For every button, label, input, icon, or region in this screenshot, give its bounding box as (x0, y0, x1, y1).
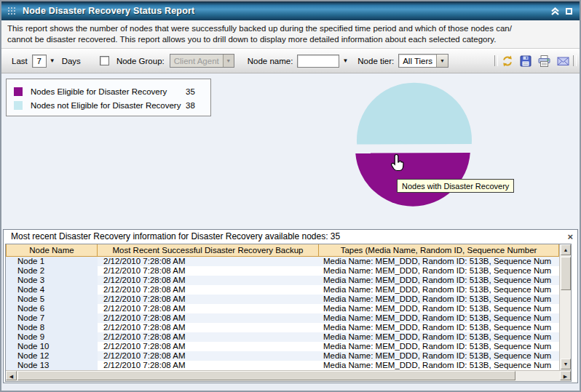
cell-backup-time: 2/12/2010 7:28:08 AM (98, 276, 319, 285)
table-row[interactable]: Node 1 2/12/2010 7:28:08 AM Media Name: … (6, 257, 559, 266)
table-row[interactable]: Node 10 2/12/2010 7:28:08 AM Media Name:… (6, 342, 559, 351)
scroll-left-icon[interactable]: ◀ (6, 371, 17, 380)
save-icon[interactable] (519, 55, 532, 68)
report-description: This report shows the number of nodes th… (1, 20, 580, 49)
node-tier-dropdown-icon[interactable]: ▼ (436, 55, 448, 67)
table-body: Node 1 2/12/2010 7:28:08 AM Media Name: … (6, 257, 559, 370)
cell-node-name: Node 6 (6, 304, 98, 313)
cell-tapes: Media Name: MEM_DDD, Random ID: 513B, Se… (319, 332, 559, 342)
table-row[interactable]: Node 4 2/12/2010 7:28:08 AM Media Name: … (6, 285, 559, 295)
period-value-box[interactable]: 7 (32, 55, 47, 68)
column-header-node-name[interactable]: Node Name (6, 244, 98, 256)
cell-backup-time: 2/12/2010 7:28:08 AM (98, 257, 319, 266)
cell-tapes: Media Name: MEM_DDD, Random ID: 513B, Se… (319, 257, 559, 266)
node-name-label: Node name: (248, 57, 293, 65)
pie-slice-not-eligible[interactable] (357, 83, 472, 145)
vertical-scrollbar[interactable]: ▲ ▼ (559, 244, 571, 370)
toolbar-separator (573, 55, 577, 66)
cell-tapes: Media Name: MEM_DDD, Random ID: 513B, Se… (319, 351, 559, 361)
node-group-label: Node Group: (116, 57, 165, 65)
panel-title: Most recent Disaster Recovery informatio… (4, 230, 577, 244)
table-row[interactable]: Node 7 2/12/2010 7:28:08 AM Media Name: … (6, 313, 559, 323)
cell-backup-time: 2/12/2010 7:28:08 AM (98, 323, 319, 332)
scroll-right-icon[interactable]: ▶ (560, 371, 571, 380)
close-icon[interactable]: × (567, 231, 573, 243)
cell-node-name: Node 9 (6, 332, 98, 342)
node-tier-value: All Tiers (399, 55, 436, 67)
cell-node-name: Node 2 (6, 266, 98, 276)
description-line-1: This report shows the number of nodes th… (7, 23, 574, 34)
nodes-table: Node Name Most Recent Successful Disaste… (5, 244, 572, 382)
cell-backup-time: 2/12/2010 7:28:08 AM (98, 332, 319, 342)
node-tier-label: Node tier: (357, 57, 394, 65)
cell-node-name: Node 10 (6, 342, 98, 351)
node-group-value: Client Agent (170, 55, 223, 67)
cell-backup-time: 2/12/2010 7:28:08 AM (98, 351, 319, 361)
filter-toolbar: Last 7 ▼ Days Node Group: Client Agent ▼… (1, 49, 580, 73)
days-label: Days (62, 57, 81, 65)
table-row[interactable]: Node 13 2/12/2010 7:28:08 AM Media Name:… (6, 361, 559, 370)
chart-area: Nodes Eligible for Disaster Recovery 35 … (1, 73, 580, 229)
last-label: Last (12, 57, 28, 65)
table-header-row: Node Name Most Recent Successful Disaste… (6, 244, 559, 257)
collapse-icon[interactable] (550, 7, 560, 15)
table-row[interactable]: Node 12 2/12/2010 7:28:08 AM Media Name:… (6, 351, 559, 361)
table-row[interactable]: Node 9 2/12/2010 7:28:08 AM Media Name: … (6, 332, 559, 342)
cell-node-name: Node 13 (6, 361, 98, 370)
description-line-2: cannot be disaster recovered. This repor… (7, 34, 574, 45)
page-title: Node Disaster Recovery Status Report (23, 6, 550, 16)
vertical-scroll-thumb[interactable] (561, 257, 571, 290)
horizontal-scroll-thumb[interactable] (17, 371, 515, 380)
cell-tapes: Media Name: MEM_DDD, Random ID: 513B, Se… (319, 295, 559, 304)
cell-tapes: Media Name: MEM_DDD, Random ID: 513B, Se… (319, 313, 559, 323)
table-row[interactable]: Node 3 2/12/2010 7:28:08 AM Media Name: … (6, 276, 559, 285)
cell-tapes: Media Name: MEM_DDD, Random ID: 513B, Se… (319, 323, 559, 332)
column-header-backup[interactable]: Most Recent Successful Disaster Recovery… (98, 244, 319, 256)
refresh-icon[interactable] (501, 55, 514, 68)
drag-grip-icon[interactable] (7, 7, 17, 16)
detail-panel: Most recent Disaster Recovery informatio… (3, 229, 578, 383)
scroll-up-icon[interactable]: ▲ (561, 244, 571, 255)
node-tier-select[interactable]: All Tiers ▼ (398, 54, 448, 68)
table-row[interactable]: Node 8 2/12/2010 7:28:08 AM Media Name: … (6, 323, 559, 332)
hand-cursor-icon (390, 153, 406, 174)
pie-chart (1, 73, 580, 229)
scroll-down-icon[interactable]: ▼ (561, 359, 571, 369)
toolbar-separator (494, 55, 498, 66)
node-group-checkbox[interactable] (100, 56, 109, 65)
cell-backup-time: 2/12/2010 7:28:08 AM (98, 313, 319, 323)
cell-backup-time: 2/12/2010 7:28:08 AM (98, 361, 319, 370)
cell-tapes: Media Name: MEM_DDD, Random ID: 513B, Se… (319, 304, 559, 313)
report-window: Node Disaster Recovery Status Report Thi… (0, 0, 581, 392)
column-header-tapes[interactable]: Tapes (Media Name, Random ID, Sequence N… (319, 244, 559, 256)
cell-backup-time: 2/12/2010 7:28:08 AM (98, 295, 319, 304)
cell-node-name: Node 8 (6, 323, 98, 332)
cell-tapes: Media Name: MEM_DDD, Random ID: 513B, Se… (319, 342, 559, 351)
cell-node-name: Node 4 (6, 285, 98, 295)
node-name-input[interactable] (297, 55, 339, 68)
cell-node-name: Node 7 (6, 313, 98, 323)
table-row[interactable]: Node 5 2/12/2010 7:28:08 AM Media Name: … (6, 295, 559, 304)
node-group-select: Client Agent ▼ (170, 54, 234, 68)
action-toolbar (501, 55, 570, 68)
email-icon[interactable] (556, 55, 570, 68)
node-group-dropdown-icon: ▼ (223, 55, 234, 67)
title-bar: Node Disaster Recovery Status Report (1, 1, 580, 20)
print-icon[interactable] (537, 55, 551, 68)
cell-node-name: Node 12 (6, 351, 98, 361)
node-name-dropdown-icon[interactable]: ▼ (342, 57, 348, 64)
cell-tapes: Media Name: MEM_DDD, Random ID: 513B, Se… (319, 266, 559, 276)
cell-node-name: Node 3 (6, 276, 98, 285)
table-row[interactable]: Node 2 2/12/2010 7:28:08 AM Media Name: … (6, 266, 559, 276)
cell-backup-time: 2/12/2010 7:28:08 AM (98, 342, 319, 351)
cell-tapes: Media Name: MEM_DDD, Random ID: 513B, Se… (319, 285, 559, 295)
tooltip-text: Nodes with Disaster Recovery (402, 182, 509, 191)
restore-icon[interactable] (566, 8, 572, 15)
cell-tapes: Media Name: MEM_DDD, Random ID: 513B, Se… (319, 361, 559, 370)
period-dropdown-icon[interactable]: ▼ (50, 57, 55, 64)
cell-backup-time: 2/12/2010 7:28:08 AM (98, 304, 319, 313)
cell-backup-time: 2/12/2010 7:28:08 AM (98, 285, 319, 295)
table-row[interactable]: Node 6 2/12/2010 7:28:08 AM Media Name: … (6, 304, 559, 313)
horizontal-scrollbar[interactable]: ◀ ▶ (6, 370, 571, 381)
cell-node-name: Node 5 (6, 295, 98, 304)
